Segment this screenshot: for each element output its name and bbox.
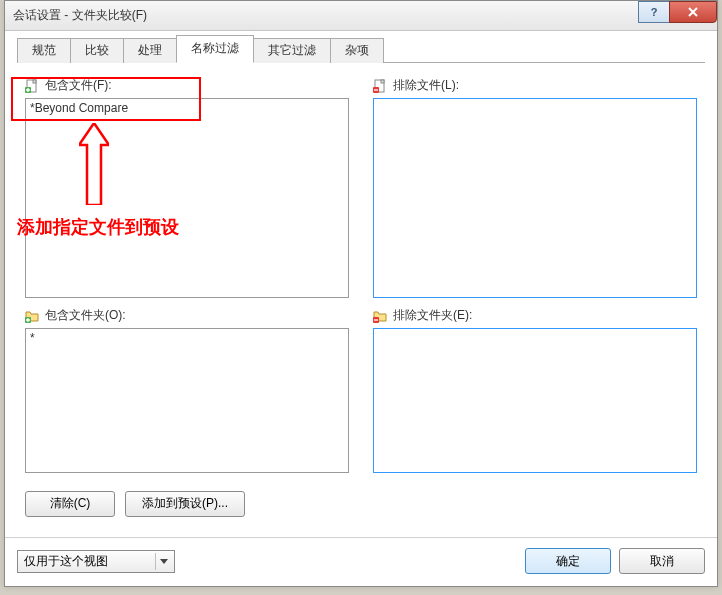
include-folders-input[interactable] — [25, 328, 349, 473]
folder-include-icon — [25, 309, 39, 323]
chevron-down-icon — [155, 553, 172, 570]
include-files-input[interactable] — [25, 98, 349, 298]
svg-text:?: ? — [651, 6, 658, 18]
tab-name-filter[interactable]: 名称过滤 — [176, 35, 254, 63]
exclude-files-label: 排除文件(L): — [373, 77, 697, 94]
tab-bar: 规范 比较 处理 名称过滤 其它过滤 杂项 — [17, 39, 705, 63]
add-to-preset-button[interactable]: 添加到预设(P)... — [125, 491, 245, 517]
ok-button[interactable]: 确定 — [525, 548, 611, 574]
file-exclude-icon — [373, 79, 387, 93]
tab-guifan[interactable]: 规范 — [17, 38, 71, 63]
scope-dropdown[interactable]: 仅用于这个视图 — [17, 550, 175, 573]
tab-other-filter[interactable]: 其它过滤 — [253, 38, 331, 63]
scope-dropdown-label: 仅用于这个视图 — [24, 553, 108, 570]
include-files-section: 包含文件(F): — [25, 77, 349, 301]
include-files-label: 包含文件(F): — [25, 77, 349, 94]
exclude-folders-label: 排除文件夹(E): — [373, 307, 697, 324]
name-filter-pane: 包含文件(F): 排除文件(L): 包含文件夹(O): — [17, 63, 705, 517]
window-buttons: ? — [639, 1, 717, 23]
cancel-button[interactable]: 取消 — [619, 548, 705, 574]
exclude-folders-section: 排除文件夹(E): — [373, 307, 697, 476]
file-include-icon — [25, 79, 39, 93]
tab-chuli[interactable]: 处理 — [123, 38, 177, 63]
svg-rect-5 — [381, 80, 384, 83]
exclude-folders-input[interactable] — [373, 328, 697, 473]
titlebar: 会话设置 - 文件夹比较(F) ? — [5, 1, 717, 31]
dialog-window: 会话设置 - 文件夹比较(F) ? 规范 比较 处理 名称过滤 其它过滤 杂项 … — [4, 0, 718, 587]
include-folders-section: 包含文件夹(O): — [25, 307, 349, 476]
tab-misc[interactable]: 杂项 — [330, 38, 384, 63]
footer: 仅用于这个视图 确定 取消 — [5, 548, 717, 586]
clear-button[interactable]: 清除(C) — [25, 491, 115, 517]
footer-separator — [5, 537, 717, 538]
exclude-files-section: 排除文件(L): — [373, 77, 697, 301]
tab-bijiao[interactable]: 比较 — [70, 38, 124, 63]
include-folders-label: 包含文件夹(O): — [25, 307, 349, 324]
svg-rect-2 — [33, 80, 36, 83]
close-button[interactable] — [669, 1, 717, 23]
folder-exclude-icon — [373, 309, 387, 323]
window-title: 会话设置 - 文件夹比较(F) — [13, 7, 147, 24]
exclude-files-input[interactable] — [373, 98, 697, 298]
button-row: 清除(C) 添加到预设(P)... — [25, 491, 349, 517]
help-button[interactable]: ? — [638, 1, 670, 23]
content-area: 规范 比较 处理 名称过滤 其它过滤 杂项 包含文件(F): 排除文件(L): — [5, 31, 717, 527]
